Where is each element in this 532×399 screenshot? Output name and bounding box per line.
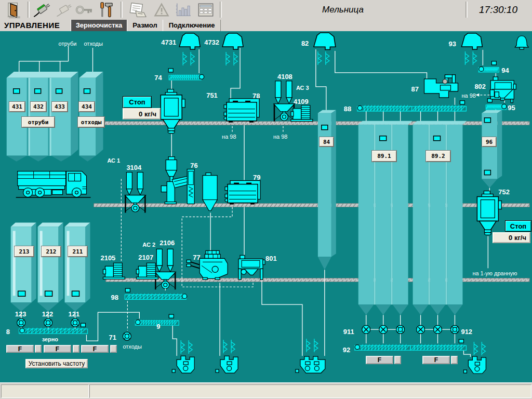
hopper-scale-752[interactable]: [477, 191, 501, 235]
service-tools-icon: [98, 2, 115, 18]
stop-button-751[interactable]: Стоп: [123, 96, 152, 108]
access-key-icon: [75, 2, 94, 18]
filter-unit-2106[interactable]: [155, 249, 176, 289]
hopper-scale-751[interactable]: [161, 89, 185, 134]
machine-801[interactable]: [238, 255, 265, 280]
service-tools-button[interactable]: [96, 1, 117, 18]
valve-912-3[interactable]: [450, 325, 459, 334]
statistics-chart-icon: [174, 2, 192, 18]
frequency-aux-button-4[interactable]: [394, 356, 401, 364]
svg-text:2106: 2106: [159, 239, 175, 247]
svg-text:зерно: зерно: [42, 336, 59, 342]
svg-text:123: 123: [15, 310, 26, 318]
screw-conveyor-8[interactable]: [19, 328, 88, 334]
toolbar: Мельница 17:30:10: [0, 0, 532, 20]
feeder-122[interactable]: [44, 318, 52, 327]
receiver-cyclone-82[interactable]: [314, 33, 336, 50]
toolbar-separator: [121, 2, 123, 18]
receiver-cyclone-4732[interactable]: [222, 33, 243, 49]
settings-panel-icon: [196, 2, 215, 18]
valve-912-2[interactable]: [434, 325, 442, 334]
frequency-button-5[interactable]: F: [422, 356, 450, 364]
discharge-hopper[interactable]: [216, 356, 238, 373]
menu-control-label[interactable]: УПРАВЛЕНИЕ: [4, 20, 60, 31]
bin-label-211: 211: [68, 246, 87, 257]
flex-sleeve-icon: [181, 340, 192, 354]
frequency-aux-button-5[interactable]: [451, 356, 458, 364]
screw-conveyor-88[interactable]: [357, 106, 467, 111]
bin-label-213: 213: [15, 246, 34, 257]
filter-802[interactable]: [490, 77, 516, 103]
alarm-bell-icon[interactable]: [515, 36, 528, 49]
feeder-123[interactable]: [17, 318, 25, 327]
feeder-71[interactable]: [123, 332, 131, 340]
flow-readout-752: 0 кг/ч: [493, 232, 530, 243]
screw-conveyor-98[interactable]: [125, 294, 186, 299]
tab-grain-cleaning[interactable]: Зерноочистка: [71, 20, 127, 31]
mimic-canvas: 4731 4732 82 93 74 751 78 4108 АС 3 4109…: [0, 31, 532, 383]
grain-bin-213: [11, 222, 36, 311]
machine-87[interactable]: [424, 75, 458, 98]
tab-connection[interactable]: Подключение: [163, 20, 221, 31]
frequency-aux-button-2[interactable]: [73, 345, 79, 353]
valve-911-3[interactable]: [396, 325, 405, 334]
svg-text:на 98: на 98: [273, 134, 287, 140]
access-key-button[interactable]: [74, 1, 95, 18]
frequency-button-3[interactable]: F: [81, 345, 109, 353]
svg-text:АС 2: АС 2: [142, 242, 155, 248]
stop-button-752[interactable]: Стоп: [505, 220, 531, 232]
svg-text:4108: 4108: [277, 73, 292, 81]
tab-grinding[interactable]: Размол: [127, 20, 163, 31]
svg-text:отходы: отходы: [123, 343, 142, 350]
separator-79[interactable]: [225, 181, 260, 205]
flex-sleeve-icon: [474, 342, 485, 355]
settings-panel-button[interactable]: [194, 1, 217, 18]
receiver-cyclone-93[interactable]: [461, 33, 482, 49]
valve-912-1[interactable]: [417, 325, 425, 334]
flex-sleeve-icon: [318, 51, 329, 65]
frequency-button-2[interactable]: F: [44, 345, 71, 353]
svg-text:71: 71: [109, 334, 116, 341]
discharge-hopper[interactable]: [463, 356, 486, 374]
bin-label-432: 432: [31, 102, 46, 112]
machine-76[interactable]: [161, 157, 217, 211]
flex-sleeve-icon: [307, 339, 318, 352]
statistics-chart-button[interactable]: [172, 1, 193, 18]
bin-label-434: 434: [79, 102, 95, 112]
frequency-button-1[interactable]: F: [6, 345, 34, 353]
blower-2107[interactable]: [136, 263, 158, 279]
report-journal-button[interactable]: [126, 1, 150, 18]
scada-window: Мельница 17:30:10 УПРАВЛЕНИЕ Зерноочистк…: [0, 0, 532, 399]
svg-text:94: 94: [501, 66, 509, 74]
receiver-cyclone-4731[interactable]: [179, 33, 200, 49]
disconnect-plug-button[interactable]: [53, 1, 74, 18]
exit-door-button[interactable]: [3, 1, 26, 18]
set-frequency-button[interactable]: Установить частоту: [25, 359, 88, 368]
svg-text:76: 76: [190, 162, 197, 169]
connect-plug-button[interactable]: [30, 1, 53, 18]
level-indicator-433: [56, 89, 62, 94]
alarm-warning-button[interactable]: [151, 1, 172, 18]
alarm-warning-icon: [153, 2, 170, 18]
svg-text:74: 74: [154, 74, 162, 82]
svg-text:отходы: отходы: [84, 41, 103, 47]
screw-conveyor-74[interactable]: [169, 75, 201, 80]
frequency-button-4[interactable]: F: [366, 356, 393, 364]
separator-78[interactable]: [224, 99, 259, 123]
svg-text:911: 911: [343, 328, 354, 336]
flex-sleeve-icon: [183, 52, 194, 65]
feeder-121[interactable]: [71, 318, 79, 327]
valve-911-2[interactable]: [379, 325, 388, 334]
svg-text:8: 8: [6, 328, 10, 336]
screw-conveyor-92[interactable]: [355, 345, 467, 350]
bin-label-othody: отходы: [78, 117, 104, 127]
discharge-hopper[interactable]: [172, 356, 194, 373]
svg-text:121: 121: [69, 310, 80, 318]
valve-911-1[interactable]: [362, 325, 370, 334]
svg-text:912: 912: [461, 328, 472, 336]
report-journal-icon: [128, 2, 148, 18]
frequency-aux-button-3[interactable]: [110, 345, 117, 353]
frequency-aux-button-1[interactable]: [35, 345, 42, 353]
blower-2105[interactable]: [103, 263, 125, 279]
discharge-hopper-double[interactable]: [296, 356, 325, 373]
